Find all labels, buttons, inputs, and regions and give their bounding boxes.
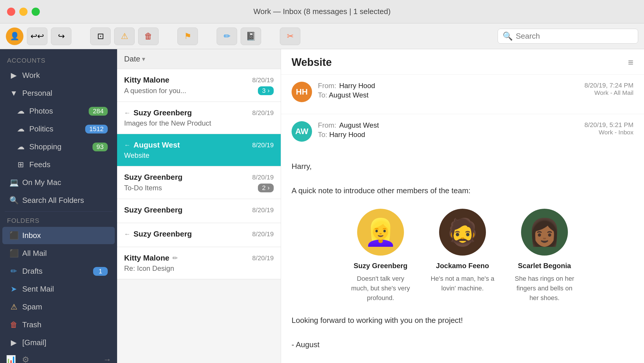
- reply-arrow-icon-3: ←: [124, 141, 131, 149]
- stats-icon[interactable]: 📊: [6, 355, 16, 363]
- inbox-icon: ⬛: [9, 231, 18, 240]
- email-preview-4: To-Do Items: [124, 184, 162, 192]
- sidebar-item-work[interactable]: ▶ Work: [2, 67, 115, 84]
- search-bar[interactable]: 🔍: [498, 29, 638, 44]
- notebook-button[interactable]: 📓: [241, 28, 261, 45]
- tag-button[interactable]: ✏: [217, 28, 237, 45]
- email-item-7[interactable]: Kitty Malone ✏ 8/20/19 Re: Icon Design: [117, 247, 281, 279]
- sort-chevron-icon[interactable]: ▾: [142, 55, 145, 63]
- window-title: Work — Inbox (8 messages | 1 selected): [254, 7, 391, 16]
- avatar-jockamo: 🧔: [439, 209, 486, 256]
- sidebar-item-on-my-mac[interactable]: 💻 On My Mac: [2, 174, 115, 191]
- from-label-2: From:: [318, 121, 336, 129]
- bell-icon: ⚠: [121, 31, 128, 41]
- forward-icon: ↪: [58, 31, 65, 41]
- close-button[interactable]: [7, 8, 15, 16]
- jockamo-face-emoji: 🧔: [446, 211, 479, 253]
- pencil-icon: ✏: [224, 31, 230, 41]
- reminder-button[interactable]: ⚠: [114, 28, 135, 45]
- email-date-6: 8/20/19: [252, 230, 274, 238]
- sidebar-personal-label: Personal: [22, 89, 52, 98]
- folder-tag-2: Work - Inbox: [584, 129, 633, 136]
- cloud-politics-icon: ☁: [16, 124, 25, 133]
- email-preview-2: Images for the New Product: [124, 119, 211, 127]
- team-member-suzy: 👱‍♀️ Suzy Greenberg Doesn't talk very mu…: [348, 209, 413, 303]
- sidebar-item-all-mail[interactable]: ⬛ All Mail: [2, 245, 115, 262]
- maximize-button[interactable]: [32, 8, 40, 16]
- email-sender-7: Kitty Malone: [124, 254, 169, 263]
- email-greeting: Harry,: [292, 160, 633, 173]
- notebook-icon: 📓: [246, 31, 256, 41]
- email-preview-1: A question for you...: [124, 87, 186, 95]
- signout-icon[interactable]: →: [103, 355, 111, 363]
- email-date-7: 8/20/19: [252, 254, 274, 262]
- email-item-4[interactable]: Suzy Greenberg 8/20/19 To-Do Items 2 ›: [117, 166, 281, 199]
- drafts-icon: ✏: [9, 267, 18, 276]
- email-closing: Looking forward to working with you on t…: [292, 314, 633, 327]
- email-date-1: 8/20/19: [252, 76, 274, 84]
- sidebar-item-inbox[interactable]: ⬛ Inbox: [2, 227, 115, 244]
- reply-all-icon: ↩↩: [30, 31, 44, 41]
- email-list-header: Date ▾: [117, 49, 281, 69]
- settings-icon[interactable]: ⚙: [22, 355, 29, 363]
- email-menu-button[interactable]: ≡: [628, 57, 633, 68]
- sidebar-item-feeds[interactable]: ⊞ Feeds: [2, 156, 115, 173]
- folder-tag-1: Work - All Mail: [584, 89, 633, 96]
- trash-folder-icon: 🗑: [9, 320, 18, 329]
- suzy-desc: Doesn't talk very much, but she's very p…: [348, 274, 413, 303]
- email-badge-1: 3 ›: [258, 86, 274, 95]
- sidebar-shopping-label: Shopping: [29, 142, 61, 151]
- sidebar-sent-mail-label: Sent Mail: [22, 285, 54, 294]
- account-icon-button[interactable]: 👤: [6, 28, 23, 45]
- archive-button[interactable]: ⊡: [90, 28, 111, 45]
- email-sender-3: August West: [133, 141, 180, 150]
- email-item-6[interactable]: ← Suzy Greenberg 8/20/19: [117, 223, 281, 247]
- sidebar-politics-label: Politics: [29, 124, 53, 133]
- flag-button[interactable]: ⚑: [177, 28, 198, 45]
- cloud-shopping-icon: ☁: [16, 142, 25, 151]
- sidebar-gmail-label: [Gmail]: [22, 338, 46, 347]
- scissors-icon: ✂: [287, 31, 294, 41]
- sidebar-spam-label: Spam: [22, 302, 42, 311]
- markup-button[interactable]: ✂: [280, 28, 300, 45]
- drafts-badge: 1: [93, 267, 108, 276]
- to-name-2: Harry Hood: [329, 131, 365, 138]
- trash-button[interactable]: 🗑: [138, 28, 159, 45]
- sidebar-item-search-all[interactable]: 🔍 Search All Folders: [2, 192, 115, 209]
- email-item-2[interactable]: ← Suzy Greenberg 8/20/19 Images for the …: [117, 102, 281, 134]
- email-meta-right-2: 8/20/19, 5:21 PM Work - Inbox: [584, 121, 633, 136]
- email-date-2: 8/20/19: [252, 109, 274, 117]
- photos-badge: 284: [89, 107, 108, 116]
- sort-label: Date: [124, 54, 140, 64]
- suzy-name: Suzy Greenberg: [348, 260, 413, 271]
- email-item-5[interactable]: Suzy Greenberg 8/20/19: [117, 199, 281, 223]
- sidebar-item-shopping[interactable]: ☁ Shopping 93: [2, 138, 115, 155]
- team-member-jockamo: 🧔 Jockamo Feeno He's not a man, he's a l…: [430, 209, 495, 303]
- cloud-icon: ☁: [16, 107, 25, 116]
- sidebar-item-gmail[interactable]: ▶ [Gmail]: [2, 334, 115, 351]
- avatar-harry: HH: [292, 82, 312, 102]
- sidebar-item-politics[interactable]: ☁ Politics 1512: [2, 120, 115, 138]
- sidebar-item-personal[interactable]: ▼ Personal: [2, 85, 115, 102]
- reply-all-button[interactable]: ↩↩: [27, 28, 47, 45]
- minimize-button[interactable]: [19, 8, 28, 16]
- team-members: 👱‍♀️ Suzy Greenberg Doesn't talk very mu…: [292, 200, 633, 311]
- forward-button[interactable]: ↪: [51, 28, 71, 45]
- jockamo-desc: He's not a man, he's a lovin' machine.: [430, 274, 495, 293]
- work-folder-icon: ▶: [9, 71, 18, 80]
- email-detail: Website ≡ HH From: Harry Hood To: August…: [281, 49, 644, 363]
- suzy-face-emoji: 👱‍♀️: [364, 211, 397, 253]
- search-input[interactable]: [516, 32, 633, 41]
- sidebar-item-trash[interactable]: 🗑 Trash: [2, 316, 115, 333]
- sidebar-item-spam[interactable]: ⚠ Spam: [2, 298, 115, 316]
- team-member-scarlet: 👩🏾 Scarlet Begonia She has rings on her …: [512, 209, 577, 303]
- email-detail-header: Website ≡: [281, 49, 644, 75]
- scarlet-desc: She has rings on her fingers and bells o…: [512, 274, 577, 303]
- email-intro: A quick note to introduce other members …: [292, 185, 633, 197]
- email-item-3[interactable]: ← August West 8/20/19 Website: [117, 134, 281, 166]
- email-item-1[interactable]: Kitty Malone 8/20/19 A question for you.…: [117, 69, 281, 102]
- sidebar-item-sent-mail[interactable]: ➤ Sent Mail: [2, 280, 115, 298]
- sidebar-item-drafts[interactable]: ✏ Drafts 1: [2, 263, 115, 280]
- sidebar-item-photos[interactable]: ☁ Photos 284: [2, 102, 115, 120]
- traffic-lights: [7, 8, 40, 16]
